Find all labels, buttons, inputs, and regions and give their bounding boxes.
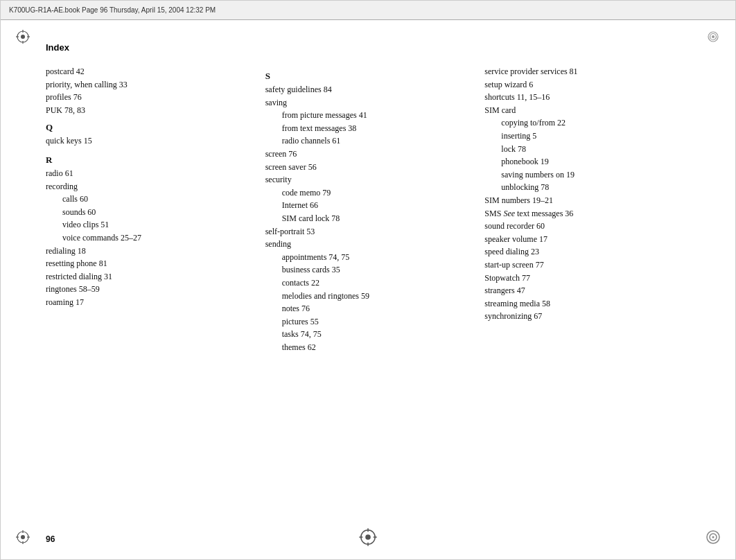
entry-saving: saving [265, 96, 471, 110]
svg-point-8 [712, 35, 715, 38]
entry-speaker-volume: speaker volume 17 [484, 233, 690, 246]
sub-notes: notes 76 [265, 302, 471, 315]
entry-sending: sending [265, 238, 471, 251]
entry-stopwatch: Stopwatch 77 [484, 272, 690, 285]
sub-unblocking: unblocking 78 [484, 181, 690, 194]
sub-copying: copying to/from 22 [484, 116, 690, 130]
sub-appointments: appointments 74, 75 [265, 251, 471, 264]
entry-strangers: strangers 47 [484, 284, 690, 297]
col1-entry-profiles: profiles 76 [46, 91, 252, 104]
entry-roaming: roaming 17 [46, 296, 252, 309]
top-bar-text: K700UG-R1A-AE.book Page 96 Thursday, Apr… [9, 6, 216, 14]
section-r: R radio 61 recording calls 60 sounds 60 … [46, 155, 252, 309]
sub-code-memo: code memo 79 [265, 186, 471, 200]
sub-video-clips: video clips 51 [46, 218, 252, 231]
entry-shortcuts: shortcuts 11, 15–16 [484, 91, 690, 104]
sub-sounds: sounds 60 [46, 206, 252, 219]
sub-inserting: inserting 5 [484, 130, 690, 143]
entry-streaming-media: streaming media 58 [484, 297, 690, 310]
sub-internet: Internet 66 [265, 199, 471, 212]
entry-ringtones: ringtones 58–59 [46, 283, 252, 296]
entry-synchronizing: synchronizing 67 [484, 310, 690, 323]
letter-q: Q [46, 122, 252, 133]
corner-marker-tr [703, 27, 723, 46]
col1-entry-puk: PUK 78, 83 [46, 104, 252, 117]
corner-marker-bc [358, 527, 378, 547]
entry-sim-card: SIM card [484, 104, 690, 117]
sub-pictures: pictures 55 [265, 315, 471, 329]
entry-security: security [265, 173, 471, 186]
sub-melodies: melodies and ringtones 59 [265, 290, 471, 303]
content-area: Index postcard 42 priority, when calling… [46, 42, 690, 518]
index-heading: Index [46, 42, 690, 53]
entry-sound-recorder: sound recorder 60 [484, 220, 690, 233]
sub-contacts: contacts 22 [265, 277, 471, 290]
corner-marker-bl [13, 527, 33, 547]
svg-point-17 [712, 536, 715, 539]
entry-recording: recording [46, 180, 252, 193]
sub-lock: lock 78 [484, 143, 690, 156]
sub-phonebook: phonebook 19 [484, 155, 690, 168]
page-number: 96 [46, 534, 55, 544]
column-2: S safety guidelines 84 saving from pictu… [265, 65, 485, 360]
sub-business-cards: business cards 35 [265, 263, 471, 277]
see-italic: See [503, 209, 515, 218]
col1-entry-priority: priority, when calling 33 [46, 78, 252, 91]
col1-entry-postcard: postcard 42 [46, 65, 252, 78]
entry-start-up-screen: start-up screen 77 [484, 259, 690, 272]
page-container: K700UG-R1A-AE.book Page 96 Thursday, Apr… [0, 0, 736, 560]
column-3: service provider services 81 setup wizar… [484, 65, 690, 360]
entry-sms: SMS See text messages 36 [484, 207, 690, 220]
section-s: S safety guidelines 84 saving from pictu… [265, 71, 471, 353]
top-bar: K700UG-R1A-AE.book Page 96 Thursday, Apr… [1, 1, 735, 20]
svg-point-1 [21, 35, 25, 39]
entry-setup-wizard: setup wizard 6 [484, 78, 690, 91]
corner-marker-br [703, 527, 723, 547]
sub-voice-commands: voice commands 25–27 [46, 231, 252, 245]
sub-sim-card-lock: SIM card lock 78 [265, 212, 471, 225]
entry-safety: safety guidelines 84 [265, 83, 471, 96]
entry-sim-numbers: SIM numbers 19–21 [484, 194, 690, 207]
sub-calls: calls 60 [46, 193, 252, 206]
entry-restricted-dialing: restricted dialing 31 [46, 270, 252, 283]
section-q: Q quick keys 15 [46, 122, 252, 148]
entry-resetting-phone: resetting phone 81 [46, 257, 252, 270]
entry-quick-keys: quick keys 15 [46, 134, 252, 148]
sub-saving-numbers: saving numbers on 19 [484, 168, 690, 182]
entry-redialing: redialing 18 [46, 245, 252, 258]
entry-speed-dialing: speed dialing 23 [484, 245, 690, 259]
column-1: postcard 42 priority, when calling 33 pr… [46, 65, 265, 360]
sub-from-picture: from picture messages 41 [265, 109, 471, 122]
svg-point-19 [365, 534, 371, 540]
entry-radio: radio 61 [46, 167, 252, 180]
entry-screen: screen 76 [265, 148, 471, 161]
svg-point-10 [21, 535, 25, 539]
letter-s: S [265, 71, 471, 82]
sub-themes: themes 62 [265, 341, 471, 354]
sub-from-text: from text messages 38 [265, 122, 471, 135]
corner-marker-tl [13, 27, 33, 46]
sub-tasks: tasks 74, 75 [265, 328, 471, 341]
sub-radio-channels: radio channels 61 [265, 134, 471, 148]
entry-self-portrait: self-portrait 53 [265, 225, 471, 238]
entry-screen-saver: screen saver 56 [265, 161, 471, 174]
letter-r: R [46, 155, 252, 166]
entry-service-provider: service provider services 81 [484, 65, 690, 78]
columns-container: postcard 42 priority, when calling 33 pr… [46, 65, 690, 360]
